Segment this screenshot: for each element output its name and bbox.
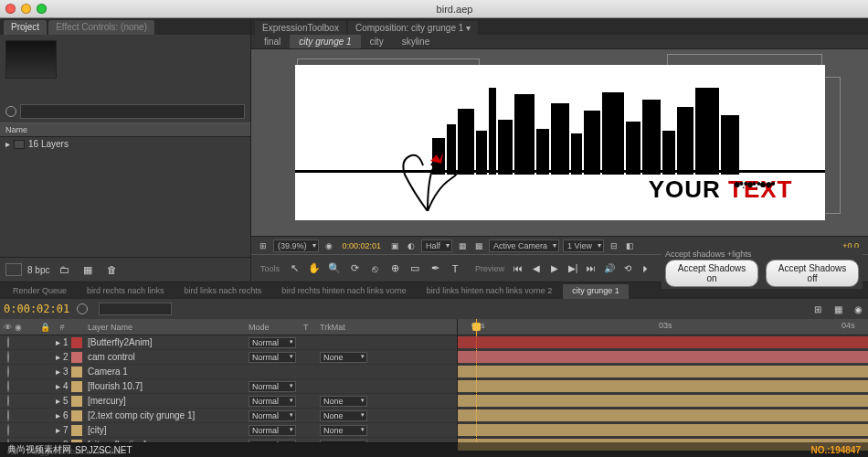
- channel-icon[interactable]: ◐: [405, 239, 418, 252]
- label-swatch[interactable]: [71, 396, 82, 407]
- play-icon[interactable]: ▶: [546, 261, 563, 276]
- blend-mode-dropdown[interactable]: Normal: [249, 425, 296, 436]
- timeline-tab[interactable]: city grunge 1: [563, 284, 629, 299]
- visibility-toggle-icon[interactable]: [7, 395, 9, 407]
- blend-mode-dropdown[interactable]: Normal: [249, 337, 296, 348]
- composition-viewer[interactable]: YOUR TEXT ●•.•●•.•●●•: [251, 49, 868, 236]
- timeline-tab[interactable]: bird links hinten nach links vorne 2: [418, 284, 562, 299]
- last-frame-icon[interactable]: ⏭: [583, 261, 599, 276]
- bpc-indicator[interactable]: [5, 263, 22, 276]
- camera-tool-icon[interactable]: ⎋: [365, 260, 384, 277]
- tab-effect-controls[interactable]: Effect Controls: (none): [48, 20, 154, 35]
- layer-row[interactable]: ▸ 7[city]NormalNone: [0, 423, 457, 438]
- pan-behind-tool-icon[interactable]: ⊕: [386, 260, 404, 277]
- prev-frame-icon[interactable]: ◀: [528, 261, 545, 276]
- nav-city[interactable]: city: [361, 35, 393, 48]
- draft-3d-icon[interactable]: ▦: [831, 303, 844, 315]
- timeline-tab[interactable]: bird rechts hinten nach links vorne: [272, 284, 416, 299]
- trkmat-dropdown[interactable]: None: [320, 425, 367, 436]
- layer-row[interactable]: ▸ 3Camera 1: [0, 365, 457, 379]
- visibility-toggle-icon[interactable]: [7, 424, 9, 436]
- visibility-toggle-icon[interactable]: [7, 409, 9, 421]
- track-row[interactable]: [458, 409, 868, 423]
- ram-preview-icon[interactable]: ⏵: [638, 261, 654, 276]
- nav-city-grunge[interactable]: city grunge 1: [290, 35, 360, 48]
- motion-blur-icon[interactable]: ◉: [852, 303, 864, 315]
- layer-row[interactable]: ▸ 2cam controlNormalNone: [0, 350, 457, 365]
- trkmat-dropdown[interactable]: None: [320, 396, 367, 407]
- views-dropdown[interactable]: 1 View: [563, 239, 604, 252]
- timeline-tab[interactable]: bird links nach rechts: [175, 284, 271, 299]
- minimize-icon[interactable]: [21, 4, 31, 14]
- layer-row[interactable]: ▸ 5[mercury]NormalNone: [0, 394, 457, 409]
- label-swatch[interactable]: [71, 425, 82, 436]
- timeline-graph[interactable]: 02s 03s 04s: [457, 319, 868, 442]
- accept-shadows-off-button[interactable]: Accept Shadows off: [766, 260, 859, 287]
- track-row[interactable]: [458, 335, 868, 350]
- zoom-dropdown[interactable]: (39.9%): [273, 239, 319, 252]
- blend-mode-dropdown[interactable]: Normal: [249, 381, 296, 392]
- trkmat-dropdown[interactable]: None: [320, 352, 367, 363]
- tab-project[interactable]: Project: [4, 20, 47, 35]
- label-swatch[interactable]: [71, 367, 82, 377]
- pixel-aspect-icon[interactable]: ⊟: [608, 239, 620, 252]
- nav-final[interactable]: final: [255, 35, 290, 48]
- reticle-icon[interactable]: ◉: [323, 239, 335, 252]
- selection-tool-icon[interactable]: ↖: [285, 260, 303, 277]
- label-swatch[interactable]: [71, 410, 82, 421]
- magnify-icon[interactable]: ⊞: [257, 239, 270, 252]
- viewer-timecode[interactable]: 0:00:02:01: [339, 240, 386, 251]
- tab-expression-toolbox[interactable]: ExpressionToolbox: [255, 21, 346, 35]
- timeline-search-input[interactable]: [99, 303, 172, 315]
- rotate-tool-icon[interactable]: ⟳: [345, 260, 364, 277]
- blend-mode-dropdown[interactable]: Normal: [249, 410, 296, 421]
- project-search-input[interactable]: [20, 104, 245, 119]
- type-tool-icon[interactable]: T: [446, 260, 464, 277]
- visibility-toggle-icon[interactable]: [7, 336, 9, 348]
- visibility-toggle-icon[interactable]: [7, 351, 9, 363]
- track-row[interactable]: [458, 350, 868, 365]
- zoom-icon[interactable]: [37, 4, 47, 14]
- snapshot-icon[interactable]: ▣: [388, 239, 401, 252]
- project-col-name[interactable]: Name: [0, 122, 250, 137]
- layer-row[interactable]: ▸ 4[flourish 10.7]Normal: [0, 379, 457, 394]
- next-frame-icon[interactable]: ▶|: [565, 261, 581, 276]
- loop-icon[interactable]: ⟲: [619, 261, 636, 276]
- timeline-tab[interactable]: bird rechts nach links: [78, 284, 174, 299]
- blend-mode-dropdown[interactable]: Normal: [249, 396, 296, 407]
- label-swatch[interactable]: [71, 352, 82, 363]
- col-trkmat[interactable]: TrkMat: [320, 323, 375, 332]
- shape-tool-icon[interactable]: ▭: [406, 260, 424, 277]
- accept-shadows-on-button[interactable]: Accept Shadows on: [665, 260, 758, 287]
- new-folder-icon[interactable]: 🗀: [55, 261, 73, 278]
- fast-preview-icon[interactable]: ◧: [624, 239, 637, 252]
- trash-icon[interactable]: 🗑: [102, 261, 121, 278]
- current-time[interactable]: 0:00:02:01: [4, 303, 69, 315]
- blend-mode-dropdown[interactable]: Normal: [249, 352, 296, 363]
- nav-skyline[interactable]: skyline: [393, 35, 439, 48]
- tab-composition-prefix[interactable]: Composition: city grunge 1 ▾: [348, 21, 478, 35]
- layer-row[interactable]: ▸ 6[2.text comp city grunge 1]NormalNone: [0, 409, 457, 423]
- first-frame-icon[interactable]: ⏮: [510, 261, 526, 276]
- trkmat-dropdown[interactable]: None: [320, 410, 367, 421]
- comp-mini-flowchart-icon[interactable]: ⊞: [811, 303, 824, 315]
- camera-dropdown[interactable]: Active Camera: [489, 239, 559, 252]
- hand-tool-icon[interactable]: ✋: [305, 260, 323, 277]
- close-icon[interactable]: [5, 4, 16, 14]
- mute-icon[interactable]: 🔊: [601, 261, 618, 276]
- layer-row[interactable]: ▸ 1[Butterfly2Anim]Normal: [0, 335, 457, 350]
- track-row[interactable]: [458, 379, 868, 394]
- time-ruler[interactable]: 02s 03s 04s: [458, 319, 868, 335]
- label-swatch[interactable]: [71, 337, 82, 348]
- timeline-tab[interactable]: Render Queue: [4, 284, 76, 299]
- visibility-toggle-icon[interactable]: [7, 380, 9, 392]
- project-item[interactable]: ▸ 16 Layers: [0, 137, 250, 151]
- transparency-grid-icon[interactable]: ▩: [472, 239, 485, 252]
- pen-tool-icon[interactable]: ✒: [426, 260, 444, 277]
- resolution-dropdown[interactable]: Half: [421, 239, 452, 252]
- track-row[interactable]: [458, 394, 868, 409]
- visibility-toggle-icon[interactable]: [7, 366, 9, 377]
- roi-icon[interactable]: ▦: [456, 239, 469, 252]
- track-row[interactable]: [458, 423, 868, 438]
- new-comp-icon[interactable]: ▦: [79, 261, 97, 278]
